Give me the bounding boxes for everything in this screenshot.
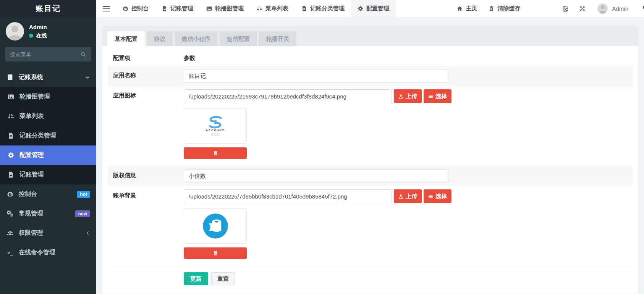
trash-icon: [489, 6, 494, 11]
topnav-tab-menu-list[interactable]: 菜单列表: [250, 0, 295, 17]
topbar: 控制台 记账管理 轮播图管理 菜单列表 记账分类管理: [96, 0, 644, 17]
fullscreen-icon[interactable]: [574, 6, 591, 11]
upload-icon: [398, 194, 403, 199]
tachometer-icon: [6, 191, 14, 197]
sidebar-item-label: 配置管理: [19, 151, 44, 159]
settings-icon[interactable]: [634, 6, 644, 12]
list-icon: [428, 94, 433, 99]
tab-sms-config[interactable]: 短信配置: [220, 31, 257, 46]
logo-swoosh-icon: [205, 116, 225, 129]
sidebar-item-label: 菜单列表: [19, 112, 44, 120]
table-header-row: 配置项 参数: [108, 48, 633, 66]
paper-roll-icon: [202, 213, 229, 239]
gear-icon: [7, 152, 15, 158]
user-panel: Admin 在线: [0, 17, 96, 45]
bill-bg-delete-button[interactable]: [184, 247, 247, 259]
terminal-icon: [6, 250, 14, 255]
update-button[interactable]: 更新: [184, 272, 208, 285]
bill-bg-path-input[interactable]: [184, 189, 392, 203]
upload-icon: [398, 94, 403, 99]
user-status: 在线: [29, 32, 47, 39]
sort-list-icon: [7, 113, 15, 120]
sort-list-icon: [257, 6, 262, 11]
home-link[interactable]: 主页: [451, 5, 483, 12]
tab-agreement[interactable]: 协议: [147, 31, 173, 46]
row-bill-background: 账单背景 上传 选择: [108, 186, 633, 266]
row-copyright: 版权信息: [108, 166, 633, 186]
app-icon-preview[interactable]: ACCOUNT 账目记: [184, 108, 247, 144]
sidebar-item-config[interactable]: 配置管理: [0, 145, 96, 165]
field-label: 应用名称: [108, 66, 184, 85]
user-menu[interactable]: Admin: [591, 3, 634, 14]
app-title: 账目记: [0, 0, 96, 17]
app-icon-delete-button[interactable]: [184, 147, 247, 159]
sidebar-item-bookkeeping[interactable]: 记账管理: [0, 165, 96, 184]
sidebar-item-label: 记账系统: [19, 73, 43, 81]
chevron-left-icon: [85, 231, 90, 236]
trash-icon: [213, 250, 218, 256]
accounting-submenu: 轮播图管理 菜单列表 记账分类管理 配置管理: [0, 87, 96, 184]
sidebar-item-online-command[interactable]: 在线命令管理: [0, 243, 96, 262]
menu-search-box: [5, 47, 91, 61]
sidebar-item-dashboard[interactable]: 控制台 hot: [0, 184, 96, 204]
topnav-tab-dashboard[interactable]: 控制台: [116, 0, 155, 17]
tab-wechat-miniapp[interactable]: 微信小程序: [175, 31, 218, 46]
topnav-tab-carousel[interactable]: 轮播图管理: [200, 0, 250, 17]
menu-icon: [103, 6, 110, 11]
form-footer: 更新 重置: [108, 266, 633, 285]
sidebar-item-auth[interactable]: 权限管理: [0, 223, 96, 243]
row-app-name: 应用名称: [108, 66, 633, 86]
gear-icon: [358, 6, 363, 11]
sidebar-toggle[interactable]: [96, 0, 116, 17]
avatar: [597, 3, 608, 14]
sidebar-item-label: 常规管理: [19, 210, 43, 218]
file-text-icon: [301, 6, 307, 11]
sidebar-item-label: 记账分类管理: [19, 132, 56, 140]
sidebar-menu: 记账系统 轮播图管理 菜单列表 记账: [0, 68, 96, 294]
tab-carousel-switch[interactable]: 轮播开关: [259, 31, 296, 46]
search-icon[interactable]: [81, 52, 86, 57]
trash-icon: [213, 150, 218, 156]
online-status-label: 在线: [36, 32, 47, 39]
copyright-input[interactable]: [184, 169, 448, 183]
user-menu-label: Admin: [612, 5, 628, 12]
sidebar-item-accounting-system[interactable]: 记账系统: [0, 68, 96, 87]
bill-bg-upload-button[interactable]: 上传: [394, 189, 422, 203]
home-icon: [457, 6, 463, 11]
topbar-right: 主页 清除缓存 Admin: [451, 0, 644, 17]
app-icon-upload-button[interactable]: 上传: [394, 89, 422, 103]
column-header-config: 配置项: [108, 48, 184, 66]
tachometer-icon: [123, 6, 128, 11]
app-icon-path-input[interactable]: [184, 89, 392, 103]
sidebar-item-general[interactable]: 常规管理 new: [0, 204, 96, 223]
field-label: 账单背景: [108, 186, 184, 205]
sidebar-item-label: 轮播图管理: [19, 93, 50, 101]
clear-cache-link[interactable]: 清除缓存: [483, 5, 526, 12]
topnav-tab-category[interactable]: 记账分类管理: [295, 0, 351, 17]
sidebar-item-category[interactable]: 记账分类管理: [0, 126, 96, 145]
reset-button[interactable]: 重置: [211, 272, 235, 285]
bill-bg-preview[interactable]: [184, 208, 247, 244]
image-icon: [7, 94, 15, 100]
app-icon-choose-button[interactable]: 选择: [424, 89, 451, 103]
sidebar-item-label: 权限管理: [19, 229, 43, 237]
app-name-input[interactable]: [184, 69, 448, 83]
content-area: 基本配置 协议 微信小程序 短信配置 轮播开关 配置项 参数 应用名称: [96, 17, 644, 294]
hot-badge: hot: [77, 191, 90, 198]
sidebar-item-label: 在线命令管理: [19, 249, 55, 257]
sidebar-item-carousel[interactable]: 轮播图管理: [0, 87, 96, 107]
bill-bg-choose-button[interactable]: 选择: [424, 189, 451, 203]
file-chart-icon: [7, 171, 15, 178]
menu-search-input[interactable]: [10, 51, 81, 57]
tab-basic-config[interactable]: 基本配置: [107, 31, 145, 46]
new-badge: new: [75, 210, 90, 217]
sidebar-item-menu-list[interactable]: 菜单列表: [0, 107, 96, 126]
app-window: 账目记 Admin 在线 记账系统: [0, 0, 644, 294]
docs-icon[interactable]: [557, 6, 574, 12]
field-label: 应用图标: [108, 86, 184, 105]
config-tab-strip: 基本配置 协议 微信小程序 短信配置 轮播开关: [102, 26, 638, 46]
column-header-value: 参数: [184, 48, 633, 66]
topnav-tab-bookkeeping[interactable]: 记账管理: [155, 0, 200, 17]
topnav-tab-config[interactable]: 配置管理: [351, 0, 396, 17]
chevron-down-icon: [85, 75, 90, 80]
